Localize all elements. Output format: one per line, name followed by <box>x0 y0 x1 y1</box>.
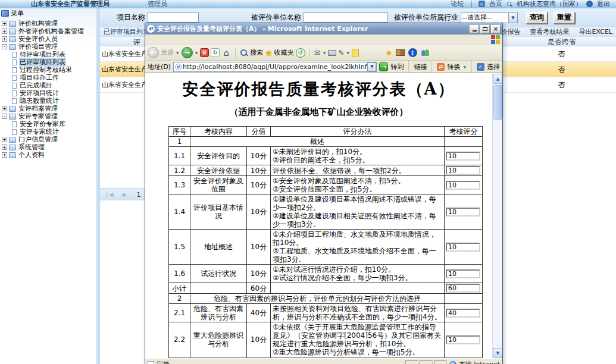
score-input[interactable] <box>446 152 480 161</box>
grid-action-link[interactable]: 查看考核结果 <box>530 27 570 36</box>
scroll-down-icon[interactable]: ▼ <box>493 348 502 358</box>
mail-button[interactable]: ✉ <box>314 48 321 57</box>
doc-table-row: 小计60分 <box>169 283 483 294</box>
intranet-icon <box>449 361 456 364</box>
history-button[interactable]: ↺ <box>296 48 305 58</box>
tab-reviewed-projects[interactable]: 已评审项目列表 <box>100 27 149 36</box>
page-icon <box>12 75 17 81</box>
score-input[interactable] <box>446 284 480 293</box>
doc-row-no: 1.1 <box>169 147 190 165</box>
cross-province-cell: 否 <box>506 77 616 92</box>
score-input[interactable] <box>446 208 480 216</box>
convert-dropdown-icon[interactable]: ▼ <box>463 65 466 69</box>
logout-link[interactable]: 退出 <box>597 0 610 8</box>
print-button[interactable] <box>328 50 336 56</box>
bluetooth-icon[interactable]: ᛒ <box>408 48 417 57</box>
select-label[interactable]: 选择 <box>487 62 500 71</box>
messenger-icon[interactable] <box>421 49 430 57</box>
score-input[interactable] <box>446 166 480 175</box>
doc-method-cell: ①未对试运行情况进行介绍，扣10分。 ②试运行情况介绍不全面，每少一项扣3分。 <box>271 265 445 283</box>
favorites-label[interactable]: 收藏夹 <box>274 48 294 57</box>
expand-icon[interactable]: + <box>2 29 7 34</box>
score-input[interactable] <box>446 243 480 252</box>
book-icon[interactable] <box>396 49 405 56</box>
doc-method-cell: ①未介绍项目工程地质、水文地质及环境地质情况，扣10分。 ②工程地质、水文地质及… <box>271 230 445 265</box>
org-status-link[interactable]: 机构状态查询（国家） <box>517 0 582 8</box>
doc-score-cell <box>445 137 483 147</box>
folder-icon <box>9 114 16 120</box>
ie-popup-window: e 安全评价报告质量考核评分表（A） - Microsoft Internet … <box>145 23 503 364</box>
sidebar-item[interactable]: +个人资料 <box>0 151 96 159</box>
reset-button[interactable]: 重置 <box>554 12 575 24</box>
doc-score-cell <box>445 230 483 265</box>
edit-dropdown-icon[interactable]: ▼ <box>346 51 349 55</box>
address-input[interactable]: e http://localhost:8080/aqpj/UI/appro/ex… <box>173 62 377 72</box>
search-label[interactable]: 搜索 <box>250 48 263 57</box>
industry-select[interactable]: --请选择-- ▼ <box>461 12 518 23</box>
expand-icon[interactable]: + <box>2 36 7 42</box>
expand-icon[interactable]: + <box>2 106 7 111</box>
close-icon[interactable]: × <box>491 25 501 33</box>
collapse-icon[interactable]: - <box>2 44 7 49</box>
score-input[interactable] <box>446 335 480 344</box>
expand-icon[interactable]: + <box>2 145 7 150</box>
score-input[interactable] <box>446 181 480 190</box>
score-input[interactable] <box>446 309 480 318</box>
scroll-up-icon[interactable]: ▲ <box>493 74 502 84</box>
doc-content-cell: 危险、有害因素辨识与分析 <box>190 304 247 322</box>
note-button[interactable] <box>352 49 359 57</box>
project-name-input[interactable] <box>148 12 199 23</box>
doc-content-cell: 评价单元的划分 <box>190 357 247 359</box>
doc-score-max-cell: 10分 <box>247 165 271 176</box>
go-label[interactable]: 转到 <box>390 62 404 71</box>
expand-icon[interactable]: + <box>2 152 7 158</box>
stop-button[interactable]: × <box>200 48 209 57</box>
mail-dropdown-icon[interactable]: ▼ <box>323 51 326 55</box>
home-link[interactable]: 首页 <box>489 0 502 8</box>
doc-table-row: 1.2安全评价依据10分评价依据不全、依据错误，每一项扣2分。 <box>169 165 483 176</box>
sidebar-item[interactable]: +系统管理 <box>0 143 96 151</box>
expand-icon[interactable]: + <box>2 137 7 142</box>
search-icon[interactable] <box>240 49 248 57</box>
first-page-button[interactable]: ❘◀ <box>105 192 113 197</box>
score-input[interactable] <box>446 269 480 278</box>
doc-table-row: 2.3评价单元的划分20分①评价单元未包括全部评价内容，扣5分。 ②评价单元划分… <box>169 357 483 359</box>
address-dropdown-icon[interactable]: ▼ <box>367 62 376 71</box>
favorites-star-icon[interactable]: ★ <box>265 48 273 58</box>
page-icon <box>12 83 17 89</box>
forward-dropdown-icon[interactable]: ▼ <box>195 51 198 55</box>
query-button[interactable]: 查询 <box>526 12 548 24</box>
scrollbar-thumb[interactable] <box>493 85 502 120</box>
go-icon[interactable]: → <box>379 62 388 71</box>
doc-section-title: 概述 <box>190 137 445 147</box>
back-button[interactable]: ← <box>148 47 159 58</box>
fav-page-icon[interactable]: ★ <box>386 49 392 57</box>
popup-title-bar[interactable]: e 安全评价报告质量考核评分表（A） - Microsoft Internet … <box>145 23 502 34</box>
grid-action-link[interactable]: 导出EXCEL <box>579 27 612 36</box>
unit-name-input[interactable] <box>304 12 388 23</box>
expand-icon[interactable]: + <box>2 21 7 26</box>
forum-link[interactable]: 论坛 <box>451 0 464 8</box>
folder-icon <box>9 21 16 27</box>
popup-status-bar: 完毕 本地 Intranet <box>145 358 502 364</box>
prev-page-button[interactable]: ◀ <box>121 192 125 197</box>
toolbar-right-icons: ★ ᛒ <box>386 48 430 57</box>
forward-button[interactable]: → <box>182 47 193 58</box>
maximize-button[interactable] <box>480 25 490 33</box>
links-label[interactable]: 链接 <box>414 62 427 71</box>
partial-column-header: 评 <box>133 37 140 48</box>
back-dropdown-icon[interactable]: ▼ <box>176 51 179 55</box>
refresh-button[interactable]: ↻ <box>211 48 220 57</box>
doc-content-cell: 重大危险源辨识与分析 <box>190 322 247 357</box>
page-icon <box>12 90 17 96</box>
sidebar-item[interactable]: +门户信息管理 <box>0 136 96 143</box>
convert-label[interactable]: 转换 <box>447 62 460 71</box>
minimize-button[interactable] <box>470 25 479 33</box>
page-icon <box>12 59 17 65</box>
collapse-icon[interactable]: - <box>2 114 7 119</box>
chevron-down-icon[interactable]: ▼ <box>508 13 517 23</box>
edit-button[interactable]: ✎ <box>338 49 344 57</box>
separator: ｜ <box>468 0 474 8</box>
scrollbar[interactable]: ▲ ▼ <box>492 74 502 358</box>
home-button[interactable]: ⌂ <box>221 48 231 58</box>
